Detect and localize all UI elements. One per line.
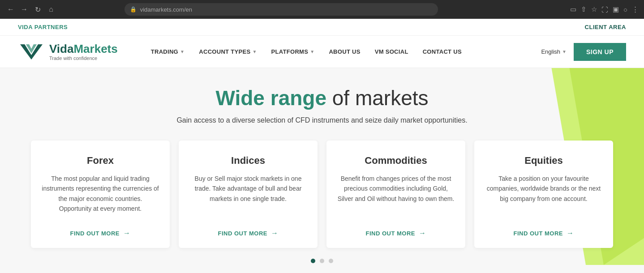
- hero-subtitle: Gain access to a diverse selection of CF…: [165, 116, 479, 124]
- nav-vm-social[interactable]: VM SOCIAL: [369, 45, 415, 59]
- client-area-link[interactable]: CLIENT AREA: [585, 24, 626, 30]
- profile-icon[interactable]: ○: [623, 6, 627, 13]
- card-description: Buy or Sell major stock markets in one t…: [189, 174, 307, 220]
- logo-vida: Vida: [49, 42, 73, 55]
- card-title: Commodities: [365, 155, 427, 166]
- menu-icon[interactable]: ⋮: [632, 5, 639, 13]
- carousel-dot-2[interactable]: [320, 259, 324, 263]
- commodities-find-out-more-link[interactable]: FIND OUT MORE →: [366, 229, 426, 237]
- header: VidaMarkets Trade with confidence TRADIN…: [0, 36, 644, 68]
- equities-find-out-more-link[interactable]: FIND OUT MORE →: [514, 229, 574, 237]
- nav-trading[interactable]: TRADING ▼: [145, 45, 191, 59]
- chevron-down-icon: ▼: [252, 49, 257, 54]
- arrow-right-icon: →: [567, 229, 574, 237]
- chevron-down-icon: ▼: [310, 49, 314, 54]
- language-selector[interactable]: English ▼: [541, 48, 567, 55]
- split-view-icon[interactable]: ▣: [613, 5, 619, 13]
- screenshot-icon[interactable]: ▭: [570, 5, 576, 13]
- browser-chrome: ← → ↻ ⌂ 🔒 vidamarkets.com/en ▭ ⇧ ☆ ⛶ ▣ ○…: [0, 0, 644, 19]
- hero-title: Wide range of markets: [18, 86, 626, 110]
- arrow-right-icon: →: [419, 229, 426, 237]
- nav-contact-us[interactable]: CONTACT US: [416, 45, 468, 59]
- carousel-dot-3[interactable]: [329, 259, 333, 263]
- card-description: Take a position on your favourite compan…: [485, 174, 602, 220]
- logo-text-group: VidaMarkets Trade with confidence: [49, 43, 118, 61]
- chevron-down-icon: ▼: [562, 49, 567, 54]
- top-banner: VIDA PARTNERS CLIENT AREA: [0, 19, 644, 36]
- card-description: Benefit from changes prices of the most …: [337, 174, 455, 220]
- refresh-button[interactable]: ↻: [32, 5, 43, 14]
- url-bar[interactable]: 🔒 vidamarkets.com/en: [125, 3, 438, 16]
- browser-nav-group: ← → ↻ ⌂: [5, 5, 56, 14]
- hero-section: Wide range of markets Gain access to a d…: [18, 86, 626, 124]
- extension-icon[interactable]: ⛶: [601, 6, 608, 13]
- arrow-right-icon: →: [123, 229, 131, 237]
- vida-partners-link[interactable]: VIDA PARTNERS: [18, 24, 68, 30]
- forex-find-out-more-link[interactable]: FIND OUT MORE →: [70, 229, 131, 237]
- carousel-dots: [18, 259, 626, 263]
- main-nav: TRADING ▼ ACCOUNT TYPES ▼ PLATFORMS ▼ AB…: [145, 45, 468, 59]
- logo-svg: [18, 41, 45, 63]
- forward-button[interactable]: →: [19, 5, 30, 13]
- card-forex: Forex The most popular and liquid tradin…: [31, 141, 170, 248]
- main-content: Wide range of markets Gain access to a d…: [0, 68, 644, 273]
- card-commodities: Commodities Benefit from changes prices …: [326, 141, 465, 248]
- nav-account-types[interactable]: ACCOUNT TYPES ▼: [193, 45, 263, 59]
- card-title: Indices: [231, 155, 265, 166]
- logo-name: VidaMarkets: [49, 43, 118, 55]
- card-title: Forex: [87, 155, 114, 166]
- card-indices: Indices Buy or Sell major stock markets …: [179, 141, 318, 248]
- hero-title-rest: of markets: [326, 86, 429, 110]
- url-text: vidamarkets.com/en: [140, 6, 192, 13]
- logo[interactable]: VidaMarkets Trade with confidence: [18, 41, 118, 63]
- nav-about-us[interactable]: ABOUT US: [322, 45, 366, 59]
- browser-toolbar: ▭ ⇧ ☆ ⛶ ▣ ○ ⋮: [570, 5, 639, 13]
- card-description: The most popular and liquid trading inst…: [42, 174, 159, 220]
- cards-container: Forex The most popular and liquid tradin…: [18, 141, 626, 248]
- card-title: Equities: [524, 155, 563, 166]
- share-icon[interactable]: ⇧: [581, 5, 587, 13]
- nav-platforms[interactable]: PLATFORMS ▼: [265, 45, 321, 59]
- arrow-right-icon: →: [271, 229, 279, 237]
- header-right: English ▼ SIGN UP: [541, 43, 626, 61]
- home-button[interactable]: ⌂: [46, 5, 56, 13]
- logo-markets: Markets: [73, 42, 117, 55]
- chevron-down-icon: ▼: [180, 49, 185, 54]
- lock-icon: 🔒: [130, 6, 137, 13]
- hero-title-accent: Wide range: [215, 86, 326, 110]
- language-label: English: [541, 48, 560, 55]
- logo-tagline: Trade with confidence: [49, 55, 118, 61]
- bookmark-icon[interactable]: ☆: [591, 5, 597, 13]
- carousel-dot-1[interactable]: [311, 259, 315, 263]
- indices-find-out-more-link[interactable]: FIND OUT MORE →: [218, 229, 279, 237]
- back-button[interactable]: ←: [5, 5, 16, 13]
- signup-button[interactable]: SIGN UP: [574, 43, 626, 61]
- card-equities: Equities Take a position on your favouri…: [474, 141, 613, 248]
